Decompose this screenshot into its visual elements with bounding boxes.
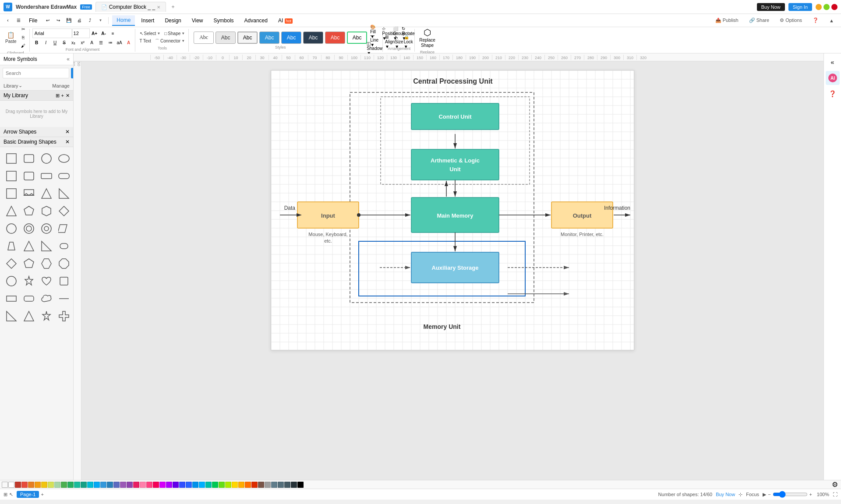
strikethrough-button[interactable]: S [60,39,69,46]
shape-pentagon2[interactable] [21,256,37,271]
underline-button[interactable]: U [51,39,60,46]
shape-ring2[interactable] [39,221,54,236]
shadow-button[interactable]: ◫ Shadow ▼ [370,45,379,53]
text-button[interactable]: T Text [138,38,153,44]
minimize-button[interactable] [816,4,822,10]
undo-button[interactable]: ↩ [43,17,52,25]
menu-file[interactable]: File [25,16,42,25]
zoom-play-icon[interactable]: ▶ [763,492,766,497]
color-swatch-5[interactable] [41,482,47,488]
style-abc-2[interactable]: Abc [216,32,236,44]
menu-home[interactable]: Home [112,15,135,26]
shape-heart[interactable] [39,273,54,289]
style-abc-3[interactable]: Abc [237,32,258,44]
select-button[interactable]: ↖ Select ▼ [138,30,163,37]
color-swatch-3[interactable] [28,482,34,488]
color-swatch-40[interactable] [271,482,277,488]
more-options-button[interactable]: ▼ [96,17,105,25]
page-1-tab[interactable]: Page-1 [17,491,39,498]
color-swatch-41[interactable] [278,482,284,488]
color-swatch-30[interactable] [205,482,212,488]
style-abc-4[interactable]: Abc [259,32,279,44]
color-swatch-23[interactable] [159,482,166,488]
search-input[interactable] [3,68,69,78]
menu-insert[interactable]: Insert [137,16,159,25]
save-button[interactable]: 💾 [64,17,73,25]
subscript-button[interactable]: x₂ [69,39,78,46]
shape-wave[interactable] [21,291,37,307]
shape-stadium[interactable] [56,238,72,254]
color-swatch-38[interactable] [258,482,264,488]
color-swatch-12[interactable] [87,482,93,488]
color-swatch-18[interactable] [127,482,133,488]
shape-triangle2[interactable] [21,308,37,324]
my-library-close-icon[interactable]: ✕ [66,93,70,99]
tab-close-icon[interactable]: ✕ [157,5,160,10]
color-swatch-36[interactable] [245,482,251,488]
shape-rt-triangle2[interactable] [39,238,54,254]
list-type-button[interactable]: ≔ [106,39,115,46]
bold-button[interactable]: B [32,39,41,46]
shape-oval[interactable] [56,151,72,166]
shape-star5[interactable] [21,273,37,289]
align-button[interactable]: ⊞ Align ▼ [385,38,394,46]
arrow-shapes-close-icon[interactable]: ✕ [65,129,70,135]
menu-symbols[interactable]: Symbols [209,16,238,25]
color-swatch-9[interactable] [67,482,74,488]
shape-triangle[interactable] [39,186,54,201]
collapse-ribbon-button[interactable]: ▲ [826,17,837,25]
style-abc-7[interactable]: Abc [325,32,345,44]
right-sidebar-collapse-button[interactable]: « [826,55,840,69]
shape-equil-triangle[interactable] [21,238,37,254]
publish-button[interactable]: 📤 Publish [712,16,742,25]
color-swatch-20[interactable] [140,482,146,488]
shape-square2[interactable] [4,168,19,184]
shape-parallelogram[interactable] [56,221,72,236]
color-swatch-2[interactable] [21,482,28,488]
my-library-expand-icon[interactable]: ⊞ [56,93,60,99]
shape-circle[interactable] [39,151,54,166]
color-swatch-34[interactable] [232,482,238,488]
color-swatch-10[interactable] [74,482,80,488]
status-buy-now-link[interactable]: Buy Now [716,492,735,497]
color-swatch-4[interactable] [35,482,41,488]
add-page-button[interactable]: + [41,492,43,497]
shape-pentagon[interactable] [21,203,37,219]
no-color-swatch[interactable] [2,482,8,488]
color-swatch-21[interactable] [146,482,152,488]
case-button[interactable]: aA [115,39,124,46]
color-swatch-29[interactable] [199,482,205,488]
my-library-add-icon[interactable]: + [61,93,64,99]
export-button[interactable]: ⤴ [85,17,94,25]
shape-octagon[interactable] [56,256,72,271]
arrow-shapes-header[interactable]: Arrow Shapes ✕ [0,127,73,137]
shape-rect-rounded3[interactable] [4,291,19,307]
shape-star3[interactable] [39,308,54,324]
sidebar-toggle-button[interactable]: ☰ [14,17,23,25]
shape-hexagon[interactable] [39,203,54,219]
document-tab[interactable]: 📄 Computer Block _ _ ✕ [95,2,166,12]
color-swatch-24[interactable] [166,482,172,488]
shape-triangle-rt[interactable] [4,308,19,324]
zoom-plus-button[interactable]: + [809,492,812,497]
menu-design[interactable]: Design [160,16,185,25]
basic-drawing-close-icon[interactable]: ✕ [65,139,70,145]
help-button[interactable]: ❓ [809,16,822,25]
ai-assistant-button[interactable]: AI [826,71,840,85]
color-swatch-35[interactable] [238,482,244,488]
color-swatch-43[interactable] [291,482,297,488]
fit-screen-button[interactable]: ⛶ [833,492,837,497]
text-align-button[interactable]: ≡ [109,29,117,37]
maximize-button[interactable] [823,4,830,10]
color-swatch-32[interactable] [219,482,225,488]
connector-button[interactable]: ⌒ Connector ▼ [153,37,187,45]
lock-button[interactable]: 🔒 Lock ▼ [404,38,413,46]
color-swatch-7[interactable] [54,482,60,488]
canvas-scroll[interactable]: 50 60 70 80 90 100 110 120 130 140 150 1… [74,61,823,480]
color-swatch-39[interactable] [265,482,271,488]
color-swatch-15[interactable] [107,482,113,488]
basic-drawing-shapes-header[interactable]: Basic Drawing Shapes ✕ [0,137,73,147]
font-family-input[interactable] [32,28,72,38]
shape-right-triangle2[interactable] [4,203,19,219]
add-tab-button[interactable]: ＋ [167,1,179,12]
